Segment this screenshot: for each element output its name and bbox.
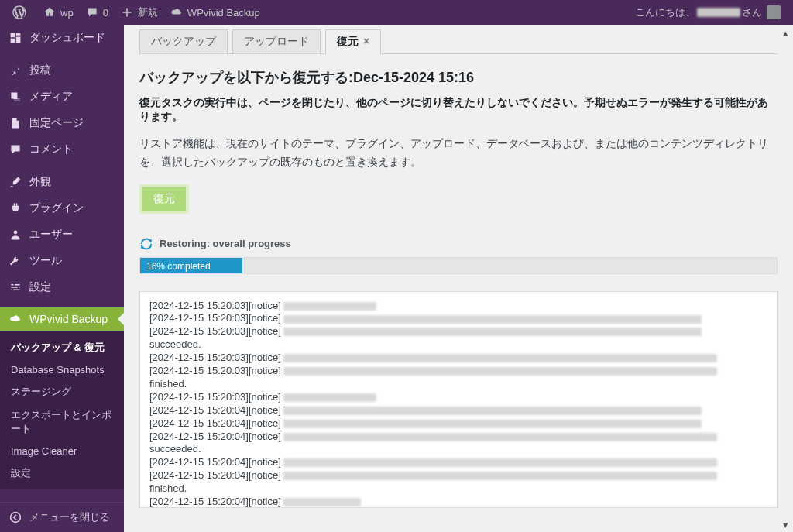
tab-backup[interactable]: バックアップ <box>139 29 228 53</box>
log-line: [2024-12-15 15:20:04][notice] <box>149 496 767 508</box>
greeting-prefix: こんにちは、 <box>635 5 695 19</box>
wpvivid-toolbar[interactable]: WPvivid Backup <box>164 0 266 25</box>
collapse-icon <box>8 511 23 523</box>
log-line: finished. <box>149 378 767 391</box>
sidebar-item-label: WPvivid Backup <box>29 313 108 325</box>
greeting-suffix: さん <box>742 5 762 19</box>
log-line: [2024-12-15 15:20:03][notice] <box>149 300 767 313</box>
log-line: [2024-12-15 15:20:04][notice] <box>149 417 767 431</box>
tab-label: アップロード <box>244 35 309 47</box>
sidebar-item-users[interactable]: ユーザー <box>0 221 124 248</box>
sidebar-item-wpvivid[interactable]: WPvivid Backup <box>0 307 124 331</box>
wpvivid-toolbar-label: WPvivid Backup <box>187 7 260 19</box>
log-line: [2024-12-15 15:20:03][notice] <box>149 365 767 378</box>
sidebar-item-label: ユーザー <box>29 228 73 242</box>
collapse-label: メニューを閉じる <box>29 510 110 524</box>
media-icon <box>8 91 23 103</box>
log-line: [2024-12-15 15:20:03][notice] <box>149 352 767 365</box>
sidebar-item-plugins[interactable]: プラグイン <box>0 195 124 221</box>
submenu-item-settings[interactable]: 設定 <box>0 462 124 485</box>
submenu-item-image-cleaner[interactable]: Image Cleaner <box>0 441 124 462</box>
sidebar-item-label: プラグイン <box>29 201 84 215</box>
sliders-icon <box>8 281 23 293</box>
tab-label: バックアップ <box>151 35 216 47</box>
restore-button[interactable]: 復元 <box>139 184 189 214</box>
submenu-item-export-import[interactable]: エクスポートとインポート <box>0 403 124 441</box>
page-icon <box>8 117 23 129</box>
restore-heading: バックアップを以下から復元する:Dec-15-2024 15:16 <box>139 68 778 87</box>
sidebar-item-label: 設定 <box>29 280 51 294</box>
log-line: [2024-12-15 15:20:03][notice] <box>149 325 767 338</box>
sidebar-item-appearance[interactable]: 外観 <box>0 169 124 195</box>
comments-count: 0 <box>103 7 108 19</box>
sidebar-item-label: ツール <box>29 254 62 268</box>
log-line: [2024-12-15 15:20:03][notice] <box>149 312 767 325</box>
sidebar-item-tools[interactable]: ツール <box>0 248 124 274</box>
svg-point-2 <box>11 513 21 523</box>
sidebar-item-label: 固定ページ <box>29 116 84 130</box>
sidebar-item-media[interactable]: メディア <box>0 84 124 110</box>
sidebar-item-comments[interactable]: コメント <box>0 136 124 163</box>
account-menu[interactable]: こんにちは、 さん <box>629 0 787 25</box>
collapse-menu[interactable]: メニューを閉じる <box>0 502 124 532</box>
restore-description: リストア機能は、現在のサイトのテーマ、プラグイン、アップロード、データベースおよ… <box>139 135 778 172</box>
main-content: バックアップアップロード復元× バックアップを以下から復元する:Dec-15-2… <box>124 25 793 532</box>
comment-icon <box>86 6 98 19</box>
scroll-down-arrow[interactable]: ▾ <box>779 518 791 530</box>
sidebar-item-settings[interactable]: 設定 <box>0 274 124 300</box>
sidebar-item-label: 外観 <box>29 175 51 189</box>
tab-upload[interactable]: アップロード <box>232 29 321 53</box>
tab-restore[interactable]: 復元× <box>325 29 381 54</box>
comments-link[interactable]: 0 <box>80 0 115 25</box>
submenu-item-backup-restore[interactable]: バックアップ & 復元 <box>0 336 124 359</box>
comment-icon <box>8 143 23 156</box>
progress-title: Restoring: overall progress <box>139 237 778 251</box>
content-tabs: バックアップアップロード復元× <box>139 29 778 54</box>
close-icon[interactable]: × <box>363 35 369 47</box>
pin-icon <box>8 64 23 77</box>
site-name-label: wp <box>60 7 74 19</box>
admin-toolbar: wp 0 新規 WPvivid Backup こんにちは、 さん <box>0 0 793 25</box>
progress-bar: 16% completed <box>139 257 778 274</box>
log-line: [2024-12-15 15:20:04][notice] <box>149 431 767 444</box>
sync-icon <box>139 237 153 251</box>
scroll-up-arrow[interactable]: ▴ <box>779 26 791 39</box>
svg-point-0 <box>12 94 14 95</box>
plus-icon <box>121 6 133 19</box>
log-line: finished. <box>149 482 767 496</box>
log-line: [2024-12-15 15:20:04][notice] <box>149 456 767 469</box>
sidebar-item-label: コメント <box>29 142 73 156</box>
log-line: [2024-12-15 15:20:04][notice] <box>149 404 767 417</box>
dashboard-icon <box>8 32 23 44</box>
new-label: 新規 <box>138 5 158 19</box>
sidebar-item-pages[interactable]: 固定ページ <box>0 110 124 136</box>
submenu-item-staging[interactable]: ステージング <box>0 380 124 403</box>
cloud-icon <box>170 6 183 19</box>
restore-log: [2024-12-15 15:20:03][notice] [2024-12-1… <box>139 291 778 508</box>
wp-logo[interactable] <box>6 0 37 25</box>
cloud-icon <box>8 313 23 325</box>
user-icon <box>8 228 23 241</box>
sidebar-item-label: メディア <box>29 90 73 104</box>
home-icon <box>43 6 56 19</box>
username-redacted <box>697 8 740 17</box>
sidebar-item-posts[interactable]: 投稿 <box>0 57 124 84</box>
progress-text: 16% completed <box>146 258 211 275</box>
admin-sidebar: ダッシュボード投稿メディア固定ページコメント外観プラグインユーザーツール設定WP… <box>0 25 124 532</box>
log-line: succeeded. <box>149 338 767 352</box>
log-line: [2024-12-15 15:20:04][notice] <box>149 469 767 482</box>
plug-icon <box>8 202 23 215</box>
submenu-item-db-snapshots[interactable]: Database Snapshots <box>0 359 124 380</box>
brush-icon <box>8 176 23 188</box>
sidebar-item-label: ダッシュボード <box>29 31 105 45</box>
svg-point-1 <box>14 230 18 234</box>
new-content[interactable]: 新規 <box>115 0 164 25</box>
restore-warning: 復元タスクの実行中は、ページを閉じたり、他のページに切り替えたりしないでください… <box>139 96 778 124</box>
sidebar-item-dashboard[interactable]: ダッシュボード <box>0 25 124 51</box>
log-line: [2024-12-15 15:20:03][notice] <box>149 391 767 404</box>
log-line: succeeded. <box>149 443 767 456</box>
site-name[interactable]: wp <box>37 0 80 25</box>
wordpress-icon <box>12 5 26 19</box>
avatar <box>767 5 781 19</box>
wrench-icon <box>8 255 23 267</box>
